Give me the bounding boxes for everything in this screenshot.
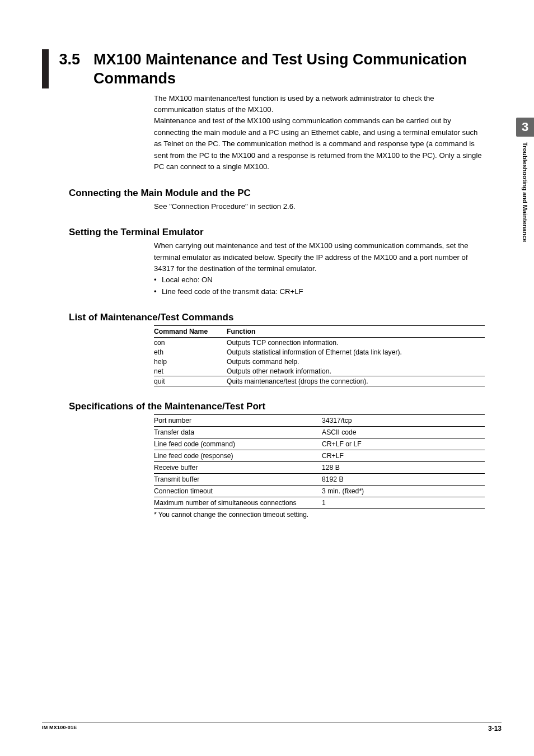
specs-table: Port number34317/tcp Transfer dataASCII … bbox=[154, 414, 485, 509]
spec-val: 1 bbox=[322, 497, 485, 509]
intro-text: The MX100 maintenance/test function is u… bbox=[154, 93, 485, 173]
connect-block: See "Connection Procedure" in section 2.… bbox=[154, 201, 485, 212]
spec-val: 8192 B bbox=[322, 474, 485, 486]
table-row: Receive buffer128 B bbox=[154, 462, 485, 474]
spec-key: Line feed code (response) bbox=[154, 450, 322, 462]
spec-val: 3 min. (fixed*) bbox=[322, 486, 485, 497]
spec-key: Transfer data bbox=[154, 427, 322, 438]
commands-block: Command Name Function con Outputs TCP co… bbox=[154, 325, 485, 386]
commands-heading: List of Maintenance/Test Commands bbox=[69, 312, 502, 323]
cmd-func: Outputs statistical information of Ether… bbox=[227, 347, 485, 357]
table-row: Port number34317/tcp bbox=[154, 415, 485, 427]
footer-right: 3-13 bbox=[488, 725, 502, 732]
spec-key: Port number bbox=[154, 415, 322, 427]
page-footer: IM MX100-01E 3-13 bbox=[42, 722, 502, 732]
spec-val: 34317/tcp bbox=[322, 415, 485, 427]
commands-thead: Command Name Function bbox=[154, 326, 485, 338]
intro-block: The MX100 maintenance/test function is u… bbox=[154, 93, 485, 173]
spec-val: ASCII code bbox=[322, 427, 485, 438]
table-row: Connection timeout3 min. (fixed*) bbox=[154, 486, 485, 497]
emulator-bullet: Local echo: ON bbox=[154, 274, 485, 286]
spec-val: CR+LF bbox=[322, 450, 485, 462]
spec-key: Line feed code (command) bbox=[154, 438, 322, 450]
page: 3 Troubleshooting and Maintenance 3.5 MX… bbox=[0, 0, 534, 756]
table-row: Maximum number of simultaneous connectio… bbox=[154, 497, 485, 509]
chapter-tab: 3 Troubleshooting and Maintenance bbox=[516, 118, 534, 274]
table-row: Line feed code (response)CR+LF bbox=[154, 450, 485, 462]
spec-val: 128 B bbox=[322, 462, 485, 474]
cmd-name: help bbox=[154, 357, 227, 366]
emulator-bullet: Line feed code of the transmit data: CR+… bbox=[154, 286, 485, 297]
commands-header-name: Command Name bbox=[154, 326, 227, 338]
specs-footnote: * You cannot change the connection timeo… bbox=[154, 511, 485, 519]
cmd-name: con bbox=[154, 338, 227, 348]
cmd-name: net bbox=[154, 366, 227, 376]
spec-key: Maximum number of simultaneous connectio… bbox=[154, 497, 322, 509]
table-row: con Outputs TCP connection information. bbox=[154, 338, 485, 348]
section-number: 3.5 bbox=[59, 49, 80, 69]
cmd-func: Outputs TCP connection information. bbox=[227, 338, 485, 348]
specs-block: Port number34317/tcp Transfer dataASCII … bbox=[154, 414, 485, 519]
section-bar bbox=[42, 49, 49, 88]
footer-left: IM MX100-01E bbox=[42, 725, 77, 732]
emulator-heading: Setting the Terminal Emulator bbox=[69, 227, 502, 238]
cmd-func: Quits maintenance/test (drops the connec… bbox=[227, 376, 485, 386]
cmd-name: quit bbox=[154, 376, 227, 386]
spec-val: CR+LF or LF bbox=[322, 438, 485, 450]
chapter-number: 3 bbox=[522, 120, 528, 134]
emulator-text: When carrying out maintenance and test o… bbox=[154, 240, 485, 274]
chapter-number-box: 3 bbox=[516, 118, 534, 137]
table-row: quit Quits maintenance/test (drops the c… bbox=[154, 376, 485, 386]
cmd-name: eth bbox=[154, 347, 227, 357]
commands-header-func: Function bbox=[227, 326, 485, 338]
emulator-block: When carrying out maintenance and test o… bbox=[154, 240, 485, 297]
table-row: Line feed code (command)CR+LF or LF bbox=[154, 438, 485, 450]
specs-heading: Specifications of the Maintenance/Test P… bbox=[69, 401, 502, 412]
cmd-func: Outputs other network information. bbox=[227, 366, 485, 376]
table-row: Transmit buffer8192 B bbox=[154, 474, 485, 486]
spec-key: Transmit buffer bbox=[154, 474, 322, 486]
connect-heading: Connecting the Main Module and the PC bbox=[69, 188, 502, 199]
connect-text: See "Connection Procedure" in section 2.… bbox=[154, 201, 485, 212]
section-header: 3.5 MX100 Maintenance and Test Using Com… bbox=[42, 49, 502, 88]
cmd-func: Outputs command help. bbox=[227, 357, 485, 366]
chapter-tab-label: Troubleshooting and Maintenance bbox=[522, 142, 528, 242]
spec-key: Receive buffer bbox=[154, 462, 322, 474]
table-row: help Outputs command help. bbox=[154, 357, 485, 366]
emulator-bullets: Local echo: ON Line feed code of the tra… bbox=[154, 274, 485, 297]
table-row: eth Outputs statistical information of E… bbox=[154, 347, 485, 357]
table-row: net Outputs other network information. bbox=[154, 366, 485, 376]
spec-key: Connection timeout bbox=[154, 486, 322, 497]
commands-table: Command Name Function con Outputs TCP co… bbox=[154, 325, 485, 386]
table-row: Transfer dataASCII code bbox=[154, 427, 485, 438]
section-title: MX100 Maintenance and Test Using Communi… bbox=[93, 49, 502, 88]
